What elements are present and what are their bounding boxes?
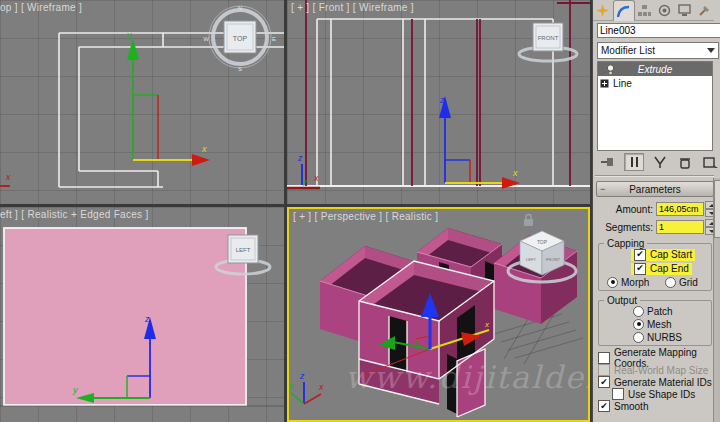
generate-mapping-coords-checkbox[interactable]: Generate Mapping Coords.: [598, 352, 720, 364]
left-wall-face[interactable]: [4, 228, 246, 405]
hierarchy-icon: [638, 4, 651, 17]
max-application-window: y x x TOP W E S N op ] [ Wireframe ]: [0, 0, 720, 422]
utilities-icon: [698, 4, 711, 17]
checkbox-icon: [598, 376, 610, 388]
capping-group: Capping Cap Start Cap End Morph Grid: [598, 243, 712, 291]
panel-divider: [595, 175, 714, 177]
cap-end-checkbox[interactable]: Cap End: [631, 263, 692, 275]
make-unique-icon: [653, 156, 667, 168]
viewport-top-canvas: y x x TOP W E S N: [0, 0, 284, 204]
cap-start-checkbox[interactable]: Cap Start: [631, 249, 695, 261]
viewport-front-label[interactable]: [ + ] [ Front ] [ Wireframe ]: [291, 2, 414, 14]
use-shape-ids-checkbox[interactable]: Use Shape IDs: [612, 388, 695, 400]
parameters-rollout-header[interactable]: − Parameters: [596, 181, 714, 197]
viewport-perspective[interactable]: x z y x TOP LEFT FRONT: [287, 207, 590, 422]
modifier-stack-toolbar: [595, 153, 720, 171]
viewport-left-label[interactable]: eft ] [ Realistic + Edged Faces ]: [0, 209, 149, 221]
viewcube-top-face: TOP: [233, 35, 248, 42]
modifier-stack-item-extrude[interactable]: Extrude: [598, 62, 712, 76]
real-world-map-size-checkbox: Real-World Map Size: [598, 364, 708, 376]
object-name-input[interactable]: [597, 23, 720, 38]
show-end-result-icon: [629, 156, 639, 168]
checkbox-icon: [598, 364, 610, 376]
tab-hierarchy[interactable]: [635, 0, 655, 20]
svg-text:x: x: [313, 173, 319, 183]
modify-icon: [617, 5, 630, 18]
compass-w: W: [203, 36, 209, 42]
svg-text:y: y: [302, 178, 307, 186]
modifier-list-dropdown[interactable]: Modifier List: [597, 42, 719, 59]
viewcube-left-face: LEFT: [236, 247, 251, 253]
configure-modifier-sets-button[interactable]: [701, 154, 719, 170]
amount-input[interactable]: [656, 202, 704, 216]
svg-text:y: y: [72, 385, 78, 395]
viewcube-front-face: FRONT: [538, 35, 559, 41]
radio-icon: [607, 277, 618, 288]
tab-create[interactable]: [593, 0, 613, 20]
tab-utilities[interactable]: [694, 0, 714, 20]
make-unique-button[interactable]: [651, 154, 669, 170]
svg-text:x: x: [512, 168, 518, 178]
morph-radio[interactable]: Morph: [607, 276, 649, 288]
patch-radio[interactable]: Patch: [633, 305, 673, 317]
top-world-axis: x: [0, 172, 11, 186]
nurbs-radio[interactable]: NURBS: [633, 331, 682, 343]
viewcube-persp-left: LEFT: [526, 257, 536, 262]
collapse-icon: −: [600, 184, 605, 194]
viewcube-top[interactable]: TOP W E S N: [203, 5, 276, 72]
viewport-left[interactable]: z y LEFT eft ] [ Realistic + Edged Faces…: [0, 207, 284, 422]
checkbox-icon: [598, 352, 610, 364]
grid-radio[interactable]: Grid: [665, 276, 698, 288]
tab-display[interactable]: [674, 0, 694, 20]
expand-box-icon[interactable]: [600, 79, 609, 88]
segments-input[interactable]: [656, 220, 704, 234]
command-panel-tabs: [593, 0, 714, 21]
chevron-down-icon: [707, 48, 715, 53]
viewport-front[interactable]: z x z x y FRONT [ + ] [ Front ] [ Wirefr…: [287, 0, 590, 204]
panel-scrollbar-thumb[interactable]: [714, 180, 720, 238]
panel-scrollbar[interactable]: [713, 178, 720, 422]
pin-icon: [601, 156, 615, 168]
smooth-checkbox[interactable]: Smooth: [598, 400, 648, 412]
configure-sets-icon: [703, 156, 718, 169]
perspective-world-axis: z y x: [289, 371, 324, 404]
object-name-row: [597, 23, 717, 38]
tab-motion[interactable]: [654, 0, 674, 20]
svg-text:z: z: [299, 371, 305, 381]
viewcube-persp-top: TOP: [537, 239, 548, 245]
checkbox-icon: [598, 400, 610, 412]
checkbox-icon: [612, 388, 624, 400]
display-icon: [678, 4, 691, 17]
mesh-radio[interactable]: Mesh: [633, 318, 671, 330]
axis-y-label: y: [126, 30, 132, 40]
svg-text:z: z: [439, 95, 445, 105]
compass-n: N: [238, 5, 242, 11]
viewport-top[interactable]: y x x TOP W E S N op ] [ Wireframe ]: [0, 0, 284, 204]
lock-icon: [524, 215, 533, 227]
generate-material-ids-checkbox[interactable]: Generate Material IDs: [598, 376, 712, 388]
lightbulb-icon[interactable]: [606, 64, 615, 75]
compass-e: E: [272, 36, 276, 42]
remove-modifier-button[interactable]: [676, 154, 694, 170]
checkbox-icon: [634, 263, 646, 275]
modifier-stack-item-line[interactable]: Line: [598, 76, 712, 90]
svg-text:y: y: [289, 381, 294, 391]
top-wireframe-walls[interactable]: [59, 33, 284, 187]
viewcube-front[interactable]: FRONT: [519, 23, 577, 61]
radio-icon: [633, 306, 644, 317]
watermark-text: www.dijitalders: [345, 359, 590, 395]
tab-modify[interactable]: [613, 0, 635, 21]
svg-text:z: z: [144, 314, 150, 324]
svg-text:x: x: [5, 172, 11, 182]
show-end-result-button[interactable]: [624, 153, 644, 171]
svg-text:x: x: [318, 382, 324, 392]
viewport-top-label[interactable]: op ] [ Wireframe ]: [0, 2, 82, 14]
radio-icon: [633, 332, 644, 343]
output-group: Output Patch Mesh NURBS: [598, 300, 712, 346]
trash-icon: [679, 156, 691, 169]
pin-stack-button[interactable]: [599, 154, 617, 170]
top-move-gizmo[interactable]: y x: [126, 30, 210, 166]
checkbox-icon: [634, 249, 646, 261]
svg-text:z: z: [297, 153, 303, 163]
viewport-perspective-label[interactable]: [ + ] [ Perspective ] [ Realistic ]: [293, 211, 438, 223]
